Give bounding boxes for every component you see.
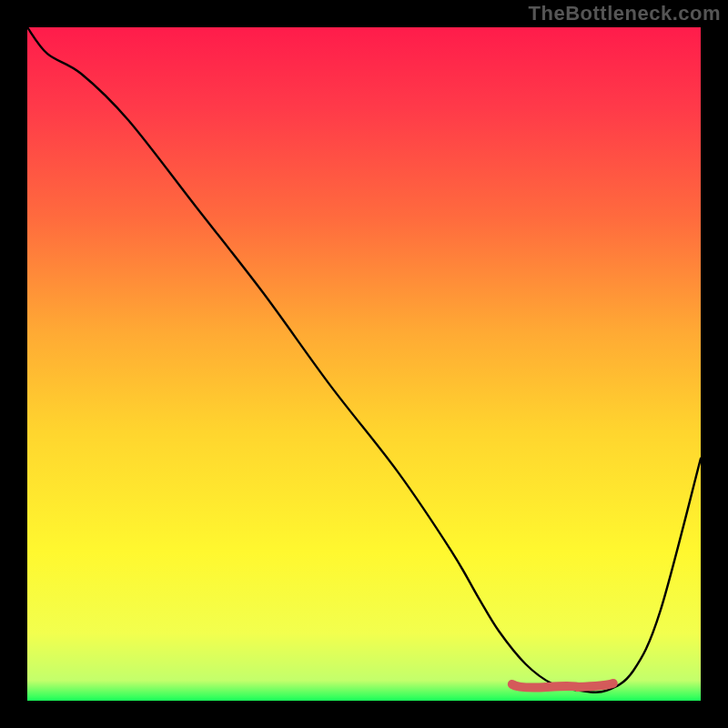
chart-frame: TheBottleneck.com: [0, 0, 728, 728]
chart-svg: [27, 27, 701, 701]
trough-marker: [512, 683, 613, 688]
plot-area: [27, 27, 701, 701]
gradient-background: [27, 27, 701, 701]
watermark-text: TheBottleneck.com: [529, 2, 721, 25]
